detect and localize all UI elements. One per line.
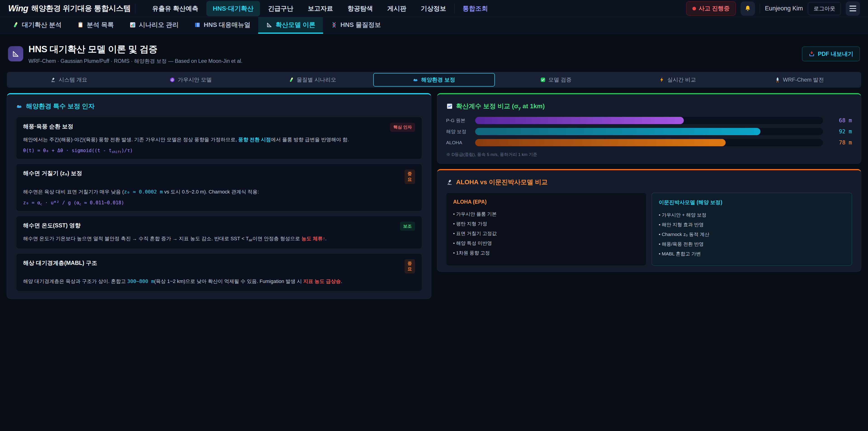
right-column: 확산계수 보정 비교 (σy at 1km) P-G 원본 68 m 해양 보정… xyxy=(437,93,862,272)
microscope-icon xyxy=(50,77,56,83)
list-item: 해안 지형 효과 반영 xyxy=(659,220,845,229)
export-icon xyxy=(809,51,815,57)
list-item: 해풍/육풍 전환 반영 xyxy=(659,239,845,249)
pdf-export-button[interactable]: PDF 내보내기 xyxy=(802,47,860,61)
aloha-box: ALOHA (EPA) 가우시안 플룸 기본 평탄 지형 가정 표면 거칠기 고… xyxy=(446,193,647,266)
section-tab-label: 물질별 시나리오 xyxy=(297,76,336,83)
notification-button[interactable] xyxy=(741,2,755,16)
ruler-triangle-icon xyxy=(266,22,273,28)
nav-item-oil-spill[interactable]: 유출유 확산예측 xyxy=(146,1,205,16)
model-comparison-panel: ALOHA vs 이문진박사모델 비교 ALOHA (EPA) 가우시안 플룸 … xyxy=(437,169,862,272)
bar-value: 92 m xyxy=(827,128,852,135)
lightning-icon xyxy=(659,77,665,83)
nav-item-hns-diffusion[interactable]: HNS·대기확산 xyxy=(206,1,260,16)
model-comparison-title: ALOHA vs 이문진박사모델 비교 xyxy=(456,178,548,186)
user-name: Eunjeong Kim xyxy=(765,5,803,12)
bar-label: 해양 보정 xyxy=(446,128,475,135)
app-logo[interactable]: Wing 해양환경 위기대응 통합시스템 xyxy=(8,3,131,13)
section-tab-label: 실시간 비교 xyxy=(667,76,696,83)
model-comparison-title-row: ALOHA vs 이문진박사모델 비교 xyxy=(446,178,852,186)
dispersion-coefficient-panel: 확산계수 보정 비교 (σy at 1km) P-G 원본 68 m 해양 보정… xyxy=(437,93,862,164)
subtab-label: 대기확산 분석 xyxy=(22,21,62,29)
incident-dot-icon xyxy=(692,7,696,10)
chart-footnote: ※ D등급(중립), 풍속 5 m/s, 풍하거리 1 km 기준 xyxy=(446,152,852,157)
comparison-grid: ALOHA (EPA) 가우시안 플룸 기본 평탄 지형 가정 표면 거칠기 고… xyxy=(446,193,852,266)
test-tube-icon xyxy=(288,77,294,83)
factor-badge: 중요 xyxy=(405,170,415,184)
section-tab-system-overview[interactable]: 시스템 개요 xyxy=(8,73,130,87)
subtab-label: 분석 목록 xyxy=(87,21,114,29)
microscope-icon xyxy=(446,179,453,186)
nav-item-weather[interactable]: 기상정보 xyxy=(414,1,453,16)
factor-title: 해수면 온도(SST) 영향 xyxy=(23,222,81,229)
subtab-label: 확산모델 이론 xyxy=(276,21,315,29)
subtab-hns-manual[interactable]: HNS 대응매뉴얼 xyxy=(186,17,258,34)
list-item: 평탄 지형 가정 xyxy=(453,219,640,228)
nav-item-emergency-rescue[interactable]: 긴급구난 xyxy=(262,1,300,16)
section-tab-marine-correction[interactable]: 해양환경 보정 xyxy=(373,73,495,87)
section-tab-label: WRF-Chem 발전 xyxy=(783,76,824,83)
subtab-diffusion-model-theory[interactable]: 확산모델 이론 xyxy=(258,17,323,34)
incident-status-label: 사고 진행중 xyxy=(699,4,730,12)
factor-formula: θ(t) = θ₀ + Δθ · sigmoid((t - tshift)/τ) xyxy=(23,148,415,153)
header-divider xyxy=(135,4,135,13)
section-tab-model-validation[interactable]: 모델 검증 xyxy=(495,73,617,87)
logout-button[interactable]: 로그아웃 xyxy=(808,2,841,15)
factor-title: 해풍·육풍 순환 보정 xyxy=(23,123,73,130)
factor-description: 해안에서는 주간(해풍)·야간(육풍) 풍향 전환 발생. 기존 가우시안 모델… xyxy=(23,135,415,144)
subtab-diffusion-analysis[interactable]: 대기확산 분석 xyxy=(4,17,69,34)
dispersion-chart-title: 확산계수 보정 비교 (σy at 1km) xyxy=(456,102,545,111)
marine-model-box: 이문진박사모델 (해양 보정) 가우시안 + 해양 보정 해안 지형 효과 반영… xyxy=(652,193,852,266)
subtab-scenario-management[interactable]: 시나리오 관리 xyxy=(122,17,186,34)
page-title: HNS 대기확산 모델 이론 및 검증 xyxy=(29,43,243,55)
subtab-analysis-list[interactable]: 분석 목록 xyxy=(69,17,122,34)
list-item: 표면 거칠기 고정값 xyxy=(453,228,640,238)
list-item: 1차원 풍향 고정 xyxy=(453,248,640,258)
subtab-label: HNS 물질정보 xyxy=(340,21,381,29)
dna-icon xyxy=(331,22,338,28)
subtab-hns-substance-info[interactable]: HNS 물질정보 xyxy=(323,17,389,34)
page-subtitle: WRF-Chem · Gaussian Plume/Puff · ROMS · … xyxy=(29,58,243,65)
wave-icon xyxy=(413,77,418,83)
factor-title: 해상 대기경계층(MABL) 구조 xyxy=(23,259,97,267)
bar-track xyxy=(475,117,823,124)
menu-button[interactable] xyxy=(846,2,860,16)
section-tabs: 시스템 개요 가우시안 모델 물질별 시나리오 해양환경 보정 모델 검증 실시… xyxy=(7,72,861,88)
factor-description: 해수면은 육상 대비 표면 거칠기가 매우 낮음 (z₀ ≈ 0.0002 m … xyxy=(23,188,415,196)
bar-row-marine-corrected: 해양 보정 92 m xyxy=(446,128,852,135)
factor-badge: 중요 xyxy=(405,259,415,274)
rocket-icon xyxy=(775,77,780,83)
section-tab-gaussian-model[interactable]: 가우시안 모델 xyxy=(130,73,252,87)
top-header: Wing 해양환경 위기대응 통합시스템 유출유 확산예측 HNS·대기확산 긴… xyxy=(0,0,868,17)
factor-card-mabl-structure: 해상 대기경계층(MABL) 구조 중요 해양 대기경계층은 육상과 구조가 상… xyxy=(16,253,422,291)
bar-fill-aloha xyxy=(475,139,725,146)
ruler-triangle-icon xyxy=(11,50,20,58)
app-title: 해양환경 위기대응 통합시스템 xyxy=(31,3,131,13)
line-chart-icon xyxy=(446,103,453,110)
section-tab-label: 모델 검증 xyxy=(548,76,572,83)
nav-item-reports[interactable]: 보고자료 xyxy=(302,1,340,16)
pdf-export-label: PDF 내보내기 xyxy=(818,50,853,58)
bar-track xyxy=(475,139,823,146)
clipboard-icon xyxy=(77,22,84,28)
factor-card-sea-surface-roughness: 해수면 거칠기 (z₀) 보정 중요 해수면은 육상 대비 표면 거칠기가 매우… xyxy=(16,164,422,211)
marine-model-box-title: 이문진박사모델 (해양 보정) xyxy=(659,199,845,206)
bar-row-aloha: ALOHA 78 m xyxy=(446,139,852,146)
main-nav: 유출유 확산예측 HNS·대기확산 긴급구난 보고자료 항공탐색 게시판 기상정… xyxy=(146,1,494,16)
marine-correction-factors-panel: 해양환경 특수 보정 인자 해풍·육풍 순환 보정 핵심 인자 해안에서는 주간… xyxy=(7,93,431,299)
marine-model-feature-list: 가우시안 + 해양 보정 해안 지형 효과 반영 Charnock z₀ 동적 … xyxy=(659,210,845,258)
marine-factors-title-row: 해양환경 특수 보정 인자 xyxy=(16,102,422,111)
nav-item-board[interactable]: 게시판 xyxy=(381,1,413,16)
aloha-box-title: ALOHA (EPA) xyxy=(453,199,640,205)
factor-card-sst-effect: 해수면 온도(SST) 영향 보조 해수면 온도가 기온보다 높으면 열적 불안… xyxy=(16,216,422,249)
nav-item-integrated-search[interactable]: 통합조회 xyxy=(456,1,494,16)
section-tab-substance-scenarios[interactable]: 물질별 시나리오 xyxy=(251,73,373,87)
factor-badge: 핵심 인자 xyxy=(390,123,415,132)
check-icon xyxy=(540,77,546,83)
list-item: MABL 혼합고 가변 xyxy=(659,249,845,258)
section-tab-realtime-comparison[interactable]: 실시간 비교 xyxy=(617,73,739,87)
bar-row-pg-original: P-G 원본 68 m xyxy=(446,117,852,124)
bell-icon xyxy=(744,5,752,12)
section-tab-wrf-chem[interactable]: WRF-Chem 발전 xyxy=(738,73,860,87)
nav-item-aerial-search[interactable]: 항공탐색 xyxy=(341,1,379,16)
